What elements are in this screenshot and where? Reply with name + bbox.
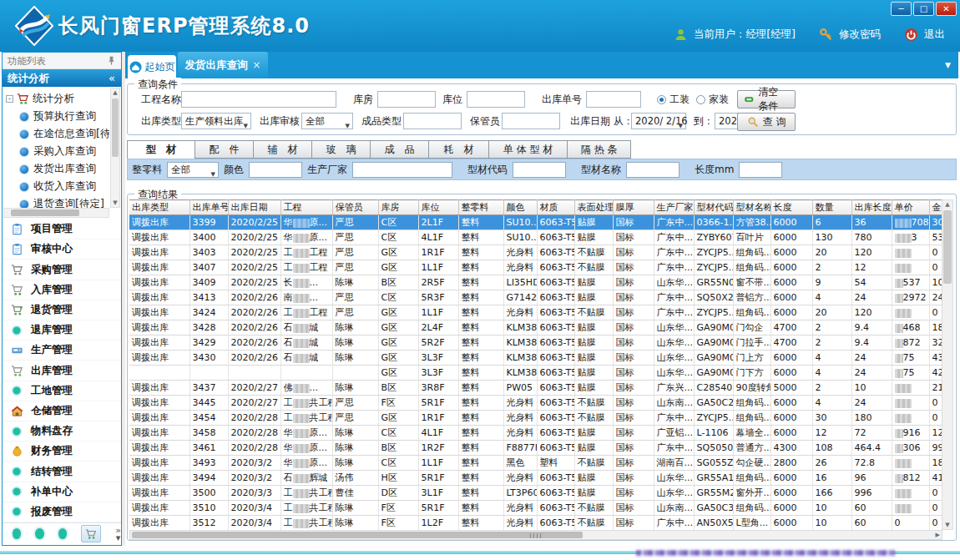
table-row[interactable]: 调拨出库34292020/2/26石城陈琳G区5R2F整料KLM38176063… [129, 335, 942, 351]
minimize-button[interactable]: ─ [891, 2, 912, 16]
close-tab-icon[interactable]: × [252, 59, 260, 71]
scroll-down-icon[interactable]: ▼ [111, 199, 119, 207]
table-row[interactable]: 调拨出库34612020/2/28华原...陈琳B区1R2F整料F8877FT6… [129, 441, 942, 456]
column-header[interactable]: 数量 [812, 200, 851, 215]
sidebar-item-补单中心[interactable]: 补单中心 [3, 482, 121, 502]
column-header[interactable]: 生产厂家 [654, 200, 694, 215]
material-tab-5[interactable]: 成 品 [371, 140, 429, 159]
table-row[interactable]: 调拨出库34092020/2/25长...陈琳B区2R5F整料LI35HD606… [129, 275, 942, 290]
sidebar-group-statistics[interactable]: 统计分析 « [3, 69, 121, 87]
column-header[interactable]: 表面处理 [574, 200, 613, 215]
column-header[interactable]: 膜厚 [613, 200, 654, 215]
tree-item[interactable]: 预算执行查询 [6, 108, 109, 125]
table-row[interactable]: 调拨出库34072020/2/25工工程严思G区1L1F整料光身料6063-T5… [129, 260, 942, 275]
sidebar-item-项目管理[interactable]: 项目管理 [3, 219, 121, 240]
tree-item[interactable]: 采购入库查询 [6, 143, 109, 160]
sidebar-item-退货管理[interactable]: 退货管理 [3, 300, 121, 320]
sidebar-item-审核中心[interactable]: 审核中心 [3, 240, 121, 260]
column-header[interactable]: 整零料 [458, 200, 503, 215]
green-circle-icon[interactable] [58, 528, 67, 539]
cart-button[interactable] [81, 525, 101, 542]
sidebar-item-结转管理[interactable]: 结转管理 [3, 462, 121, 482]
column-header[interactable]: 长度 [771, 200, 812, 215]
tree-item[interactable]: 退货查询[待定] [6, 195, 109, 208]
tree-expander-icon[interactable]: - [6, 95, 13, 103]
sidebar-item-仓储管理[interactable]: 仓储管理 [3, 401, 121, 421]
column-header[interactable]: 材质 [537, 200, 574, 215]
table-row[interactable]: 调拨出库33992020/2/25华原...严思C区2L1F整料SU10...6… [129, 215, 942, 230]
material-tab-1[interactable]: 型 材 [127, 140, 195, 159]
column-header[interactable]: 颜色 [503, 200, 537, 215]
column-header[interactable]: 出库单号 [189, 200, 228, 215]
scroll-up-icon[interactable]: ▲ [111, 88, 119, 97]
warehouse-input[interactable] [377, 91, 436, 108]
column-header[interactable]: 出库长度 [851, 200, 892, 215]
material-tab-8[interactable]: 隔 热 条 [568, 140, 631, 159]
radio-gongzhuang[interactable]: 工装 [657, 91, 690, 108]
table-row[interactable]: 调拨出库35002020/3/3工共工程曹佳D区3L1F整料LT3P606063… [129, 486, 942, 501]
tree-item[interactable]: 在途信息查询[待 [6, 125, 109, 143]
column-header[interactable]: 出库类型 [129, 200, 189, 215]
project-name-input[interactable] [181, 91, 336, 108]
table-row[interactable]: 调拨出库35122020/3/4工共工程陈琳F区1L2F整料光身料6063-T5… [129, 516, 942, 531]
search-button[interactable]: 查 询 [737, 113, 796, 131]
table-row[interactable]: 调拨出库34932020/3/2华原...陈琳C区1L1F整料黑色塑料不贴膜国标… [129, 456, 942, 471]
material-tab-2[interactable]: 配 件 [195, 140, 254, 159]
column-header[interactable]: 型材名称 [733, 200, 771, 215]
material-tab-6[interactable]: 耗 材 [429, 140, 489, 159]
color-input[interactable] [249, 162, 302, 178]
sidebar-item-工地管理[interactable]: 工地管理 [3, 381, 121, 401]
close-button[interactable]: ✕ [936, 2, 957, 16]
table-row[interactable]: 调拨出库34942020/3/2石辉城汤伟H区5R1F整料光身料6063-T5贴… [129, 471, 942, 486]
profile-code-input[interactable] [513, 162, 566, 178]
scroll-down-icon[interactable]: ▼ [942, 521, 952, 529]
material-tab-3[interactable]: 辅 材 [254, 140, 312, 159]
tab-shipping-outbound-query[interactable]: 发货出库查询 × [178, 52, 268, 78]
table-row[interactable]: 调拨出库34282020/2/26石城陈琳G区2L4F整料KLM38176063… [129, 320, 942, 335]
green-circle-icon[interactable] [35, 528, 43, 539]
maximize-button[interactable]: □ [913, 2, 934, 16]
tree-horizontal-scrollbar[interactable] [3, 208, 109, 218]
audit-select[interactable]: 全部▼ [301, 113, 353, 129]
collapse-icon[interactable]: « [109, 69, 115, 87]
change-password-link[interactable]: 修改密码 [839, 28, 881, 42]
green-circle-icon[interactable] [13, 528, 21, 539]
tab-list-dropdown-icon[interactable]: ▼ [945, 61, 951, 69]
sidebar-item-物料盘存[interactable]: 物料盘存 [3, 421, 121, 441]
tree-item[interactable]: 收货入库查询 [6, 178, 109, 195]
grid-vertical-scrollbar[interactable]: ▲ ▼ [942, 199, 953, 530]
logout-link[interactable]: 退出 [924, 28, 945, 42]
outbound-type-select[interactable]: 生产领料出库▼ [181, 113, 251, 129]
profile-name-input[interactable] [626, 162, 680, 178]
table-row[interactable]: 调拨出库34372020/2/27佛...陈琳B区3R8F整料PW056063-… [129, 381, 942, 396]
whole-piece-select[interactable]: 全部▼ [167, 162, 219, 178]
table-row[interactable]: 调拨出库34002020/2/25华原...严思C区4L1F整料SU10...6… [129, 230, 942, 245]
table-row[interactable]: 调拨出库34032020/2/25工工程严思G区1R1F整料光身料6063-T5… [129, 245, 942, 260]
table-row[interactable]: 调拨出库34242020/2/26工工程严思G区1L1F整料光身料6063-T5… [129, 305, 942, 320]
sidebar-item-出库管理[interactable]: 出库管理 [3, 361, 121, 381]
tree-item[interactable]: 发货出库查询 [6, 160, 109, 178]
sidebar-item-生产管理[interactable]: 生产管理 [3, 341, 121, 361]
order-no-input[interactable] [586, 91, 641, 108]
manufacturer-input[interactable] [352, 162, 452, 178]
column-header[interactable]: 库位 [418, 200, 458, 215]
scroll-up-icon[interactable]: ▲ [942, 200, 952, 209]
radio-jiazhuang[interactable]: 家装 [696, 91, 729, 108]
table-row[interactable]: 调拨出库34542020/2/28工共工程严思G区1R1F整料光身料6063-T… [129, 411, 942, 426]
tree-root-statistics[interactable]: - 统计分析 [6, 90, 109, 108]
column-header[interactable]: 工程 [280, 200, 332, 215]
tree-vertical-scrollbar[interactable]: ▲ ▼ [110, 88, 120, 208]
keeper-input[interactable] [502, 113, 560, 129]
length-input[interactable] [739, 162, 782, 178]
table-row[interactable]: 调拨出库34582020/2/28华原...陈琳C区4L1F整料光身料6063-… [129, 426, 942, 441]
column-header[interactable]: 库房 [378, 200, 418, 215]
grid-horizontal-scrollbar[interactable]: ▶ [129, 530, 942, 540]
table-row[interactable]: 调拨出库34132020/2/26南...严思C区5R3F整料G71422606… [129, 290, 942, 305]
table-row[interactable]: 调拨出库35102020/3/4工共工程陈琳F区5R1F整料光身料6063-T5… [129, 501, 942, 516]
sidebar-item-报废管理[interactable]: 报废管理 [3, 502, 121, 522]
tab-home[interactable]: 起始页 [128, 55, 176, 78]
product-type-input[interactable] [403, 113, 462, 129]
date-from-select[interactable]: 2020/ 2/16▼ [631, 113, 686, 129]
scroll-right-icon[interactable]: ▶ [936, 532, 940, 538]
column-header[interactable]: 出库日期 [228, 200, 280, 215]
